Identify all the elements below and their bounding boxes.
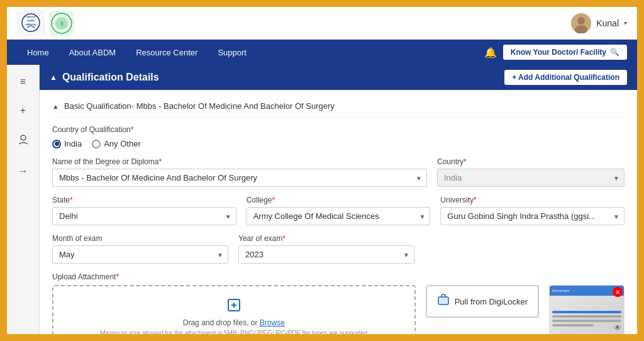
college-label: College* (247, 196, 431, 204)
nav-support[interactable]: Support (208, 40, 257, 65)
qualification-title-text: Qualification Details (62, 72, 159, 83)
month-select[interactable]: May (52, 245, 228, 264)
degree-label: Name of the Degree or Diploma* (52, 157, 427, 166)
user-chevron-icon[interactable]: ▾ (624, 20, 627, 26)
month-year-row: Month of exam May ▼ Year of exam* (52, 234, 625, 264)
collapse-icon[interactable]: ▲ (50, 73, 57, 82)
upload-browse-link[interactable]: Browse (260, 318, 285, 327)
secondary-logo: ⚕ (50, 11, 74, 36)
country-of-qual-row: Country of Qualification* India Any Othe… (52, 125, 625, 148)
university-group: University* Guru Gobind Singh Indra Pras… (440, 196, 625, 225)
radio-india-text: India (64, 139, 82, 148)
country-of-qual-group: Country of Qualification* India Any Othe… (52, 125, 625, 148)
user-name-label: Kunal (596, 18, 619, 28)
university-select[interactable]: Guru Gobind Singh Indra Prastha (ggsi... (440, 207, 625, 225)
state-group: State* Delhi ▼ (52, 196, 236, 225)
radio-any-other-label[interactable]: Any Other (92, 139, 141, 148)
page-header: national health authority ⚕ (7, 7, 637, 40)
year-select[interactable]: 2023 (238, 245, 414, 264)
digilocker-icon (437, 294, 450, 309)
country-of-qual-label: Country of Qualification* (52, 125, 625, 134)
radio-any-other-dot[interactable] (92, 140, 101, 148)
nav-home[interactable]: Home (17, 40, 59, 65)
year-select-wrapper: 2023 ▼ (238, 245, 414, 264)
remove-attachment-button[interactable]: ✕ (613, 287, 623, 297)
radio-india-dot[interactable] (52, 140, 61, 148)
svg-text:authority: authority (25, 23, 36, 26)
sub-qualification-header: ▲ Basic Qualification- Mbbs - Bachelor O… (52, 98, 625, 118)
upload-note: Maximum size allowed for the attachment … (65, 330, 403, 334)
svg-point-9 (577, 17, 585, 25)
upload-label: Upload Attachment* (52, 272, 625, 281)
month-label: Month of exam (52, 234, 228, 243)
sub-qualification-title: Basic Qualification- Mbbs - Bachelor Of … (64, 101, 335, 111)
nav-links: Home About ABDM Resource Center Support (17, 40, 257, 65)
state-label: State* (52, 196, 236, 204)
svg-text:national: national (26, 15, 35, 18)
state-college-uni-row: State* Delhi ▼ College* (52, 196, 625, 225)
upload-dropzone[interactable]: Drag and drop files, or Browse Maximum s… (52, 285, 416, 334)
svg-rect-15 (438, 297, 448, 305)
digilocker-button[interactable]: Pull from DigiLocker (426, 285, 539, 318)
nav-actions: 🔔 Know Your Doctor/ Facility 🔍 (484, 45, 627, 60)
radio-any-other-text: Any Other (104, 139, 141, 148)
know-doctor-label: Know Your Doctor/ Facility (511, 48, 606, 57)
sidebar-user-icon[interactable] (14, 130, 33, 152)
year-label: Year of exam* (238, 234, 414, 243)
qualification-form: ▲ Basic Qualification- Mbbs - Bachelor O… (40, 90, 637, 334)
digilocker-label: Pull from DigiLocker (455, 297, 528, 306)
main-layout: ≡ + → ▲ Qualification Details + Add Addi… (7, 65, 637, 334)
nha-logo: national health authority (17, 11, 45, 36)
college-select-wrapper: Army College Of Medical Sciences ▼ (247, 207, 431, 225)
upload-section: Upload Attachment* Drag and drop files, … (52, 272, 625, 334)
state-select-wrapper: Delhi ▼ (52, 207, 236, 225)
main-nav: Home About ABDM Resource Center Support … (7, 40, 637, 65)
country-group: Country* India ▼ (437, 157, 625, 187)
content-area: ▲ Qualification Details + Add Additional… (40, 65, 637, 334)
college-select[interactable]: Army College Of Medical Sciences (247, 207, 431, 225)
radio-india-label[interactable]: India (52, 139, 82, 148)
country-radio-group: India Any Other (52, 139, 625, 148)
qualification-title: ▲ Qualification Details (50, 72, 159, 83)
add-qualification-button[interactable]: + Add Additional Qualification (504, 70, 627, 85)
qualification-header: ▲ Qualification Details + Add Additional… (40, 65, 637, 90)
sidebar-arrow-icon[interactable]: → (14, 162, 32, 181)
sidebar-plus-icon[interactable]: + (16, 101, 30, 120)
degree-group: Name of the Degree or Diploma* Mbbs - Ba… (52, 157, 427, 187)
state-select[interactable]: Delhi (52, 207, 236, 225)
upload-file-icon (65, 298, 403, 316)
avatar (571, 13, 591, 33)
country-field-label: Country* (437, 157, 625, 166)
svg-point-11 (21, 135, 26, 140)
country-select[interactable]: India (437, 169, 625, 187)
search-icon: 🔍 (610, 48, 619, 57)
svg-text:health: health (27, 19, 35, 22)
header-user: Kunal ▾ (571, 13, 627, 33)
month-group: Month of exam May ▼ (52, 234, 228, 264)
university-select-wrapper: Guru Gobind Singh Indra Prastha (ggsi...… (440, 207, 625, 225)
sidebar-menu-icon[interactable]: ≡ (16, 72, 30, 91)
nav-about[interactable]: About ABDM (59, 40, 126, 65)
nav-resource[interactable]: Resource Center (126, 40, 208, 65)
sub-collapse-icon[interactable]: ▲ (52, 103, 59, 110)
header-logos: national health authority ⚕ (17, 11, 74, 36)
degree-country-row: Name of the Degree or Diploma* Mbbs - Ba… (52, 157, 625, 187)
month-select-wrapper: May ▼ (52, 245, 228, 264)
degree-select-wrapper: Mbbs - Bachelor Of Medicine And Bachelor… (52, 169, 427, 187)
degree-select[interactable]: Mbbs - Bachelor Of Medicine And Bachelor… (52, 169, 427, 187)
upload-area-row: Drag and drop files, or Browse Maximum s… (52, 285, 625, 334)
know-doctor-button[interactable]: Know Your Doctor/ Facility 🔍 (503, 45, 627, 60)
document-preview: ✕ Document (549, 285, 625, 334)
college-group: College* Army College Of Medical Science… (247, 196, 431, 225)
svg-text:⚕: ⚕ (60, 20, 64, 27)
upload-text: Drag and drop files, or Browse (65, 318, 403, 327)
year-group: Year of exam* 2023 ▼ (238, 234, 414, 264)
sidebar: ≡ + → (7, 65, 40, 334)
bell-icon[interactable]: 🔔 (484, 47, 497, 59)
thumb-lines (552, 311, 621, 327)
country-select-wrapper: India ▼ (437, 169, 625, 187)
university-label: University* (440, 196, 625, 204)
preview-eye-icon[interactable]: 👁 (614, 323, 621, 332)
